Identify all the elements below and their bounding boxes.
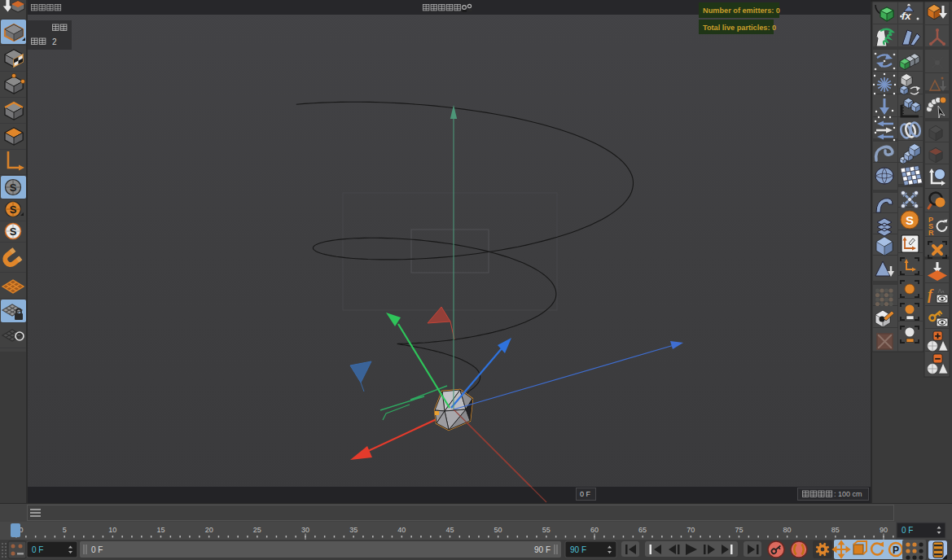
svg-text:Total live particles: 0: Total live particles: 0	[703, 24, 776, 32]
svg-text:0 F: 0 F	[580, 490, 591, 498]
svg-text:65: 65	[638, 526, 647, 534]
svg-text:S: S	[10, 225, 17, 238]
svg-text:S: S	[10, 182, 17, 194]
svg-text:20: 20	[205, 526, 213, 534]
svg-text:40: 40	[397, 526, 406, 534]
svg-text:35: 35	[349, 526, 358, 534]
svg-text:0 F: 0 F	[91, 545, 103, 554]
svg-text:P: P	[893, 545, 899, 556]
svg-text:10: 10	[108, 526, 116, 534]
svg-text:90 F: 90 F	[570, 545, 586, 554]
svg-text:90: 90	[880, 526, 888, 534]
svg-text:2: 2	[52, 37, 57, 46]
svg-text:45: 45	[445, 526, 454, 534]
svg-text:Number of emitters: 0: Number of emitters: 0	[703, 7, 780, 15]
svg-text:50: 50	[494, 526, 502, 534]
svg-text:fx: fx	[902, 10, 911, 22]
svg-text:55: 55	[542, 526, 551, 534]
svg-text:85: 85	[831, 526, 840, 534]
svg-text:S: S	[906, 213, 914, 227]
svg-text:5: 5	[63, 526, 67, 534]
svg-text:0 F: 0 F	[32, 545, 43, 554]
svg-text:90 F: 90 F	[534, 545, 551, 554]
svg-text:: 100 cm: : 100 cm	[834, 490, 862, 498]
svg-text:70: 70	[687, 526, 695, 534]
svg-text:S: S	[10, 203, 17, 216]
svg-text:60: 60	[590, 526, 599, 534]
svg-text:15: 15	[156, 526, 165, 534]
svg-text:0 F: 0 F	[902, 526, 913, 535]
svg-text:25: 25	[253, 526, 261, 534]
svg-text:R: R	[928, 229, 934, 237]
svg-text:80: 80	[783, 526, 792, 534]
svg-text:30: 30	[301, 526, 309, 534]
svg-text:75: 75	[735, 526, 743, 534]
